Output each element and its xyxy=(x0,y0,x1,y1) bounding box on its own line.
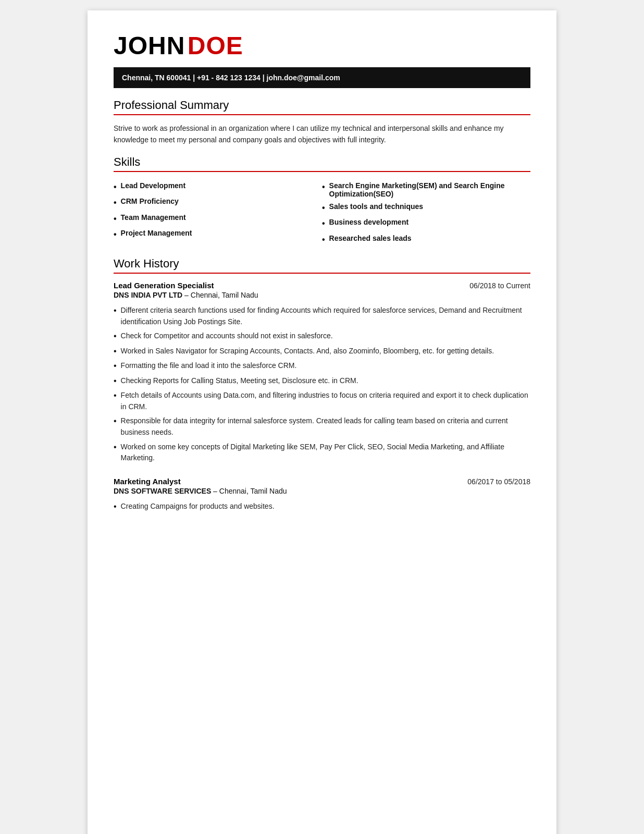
skill-item: CRM Proficiency xyxy=(114,195,322,211)
skills-left-column: Lead DevelopmentCRM ProficiencyTeam Mana… xyxy=(114,179,322,248)
job-header: Lead Generation Specialist06/2018 to Cur… xyxy=(114,281,530,290)
job-duties-list: Different criteria search functions used… xyxy=(114,303,530,465)
job-header: Marketing Analyst06/2017 to 05/2018 xyxy=(114,477,530,486)
contact-bar: Chennai, TN 600041 | +91 - 842 123 1234 … xyxy=(114,67,530,88)
job-dates: 06/2017 to 05/2018 xyxy=(467,477,530,486)
job-title: Lead Generation Specialist xyxy=(114,281,214,290)
skill-item: Researched sales leads xyxy=(322,232,530,248)
summary-section: Professional Summary Strive to work as p… xyxy=(114,99,530,146)
skill-item: Team Management xyxy=(114,211,322,227)
name-header: JOHN DOE xyxy=(114,31,530,60)
summary-text: Strive to work as professional in an org… xyxy=(114,122,530,146)
skills-right-list: Search Engine Marketing(SEM) and Search … xyxy=(322,179,530,248)
resume-document: JOHN DOE Chennai, TN 600041 | +91 - 842 … xyxy=(88,10,556,834)
duty-item: Formatting the file and load it into the… xyxy=(114,359,530,373)
job-dates: 06/2018 to Current xyxy=(469,281,530,290)
last-name: DOE xyxy=(188,32,243,59)
duty-item: Fetch details of Accounts using Data.com… xyxy=(114,388,530,414)
job-company: DNS INDIA PVT LTD – Chennai, Tamil Nadu xyxy=(114,291,530,299)
duty-item: Checking Reports for Calling Status, Mee… xyxy=(114,374,530,388)
job-title: Marketing Analyst xyxy=(114,477,181,486)
duty-item: Different criteria search functions used… xyxy=(114,303,530,329)
skill-item: Lead Development xyxy=(114,179,322,195)
skills-grid: Lead DevelopmentCRM ProficiencyTeam Mana… xyxy=(114,179,530,248)
jobs-container: Lead Generation Specialist06/2018 to Cur… xyxy=(114,281,530,514)
skill-item: Search Engine Marketing(SEM) and Search … xyxy=(322,179,530,200)
duty-item: Check for Competitor and accounts should… xyxy=(114,329,530,344)
work-history-title: Work History xyxy=(114,257,530,274)
summary-title: Professional Summary xyxy=(114,99,530,115)
job-duties-list: Creating Campaigns for products and webs… xyxy=(114,499,530,514)
skills-left-list: Lead DevelopmentCRM ProficiencyTeam Mana… xyxy=(114,179,322,243)
work-history-section: Work History Lead Generation Specialist0… xyxy=(114,257,530,514)
skill-item: Business development xyxy=(322,216,530,231)
job-entry: Lead Generation Specialist06/2018 to Cur… xyxy=(114,281,530,465)
skills-right-column: Search Engine Marketing(SEM) and Search … xyxy=(322,179,530,248)
skill-item: Project Management xyxy=(114,227,322,242)
job-entry: Marketing Analyst06/2017 to 05/2018DNS S… xyxy=(114,477,530,514)
duty-item: Creating Campaigns for products and webs… xyxy=(114,499,530,514)
first-name: JOHN xyxy=(114,32,185,59)
skills-section: Skills Lead DevelopmentCRM ProficiencyTe… xyxy=(114,155,530,248)
duty-item: Worked in Sales Navigator for Scraping A… xyxy=(114,344,530,359)
contact-info: Chennai, TN 600041 | +91 - 842 123 1234 … xyxy=(122,73,340,82)
duty-item: Worked on some key concepts of Digital M… xyxy=(114,440,530,465)
job-company: DNS SOFTWARE SERVICES – Chennai, Tamil N… xyxy=(114,487,530,495)
duty-item: Responsible for data integrity for inter… xyxy=(114,414,530,439)
skills-title: Skills xyxy=(114,155,530,172)
skill-item: Sales tools and techniques xyxy=(322,200,530,216)
